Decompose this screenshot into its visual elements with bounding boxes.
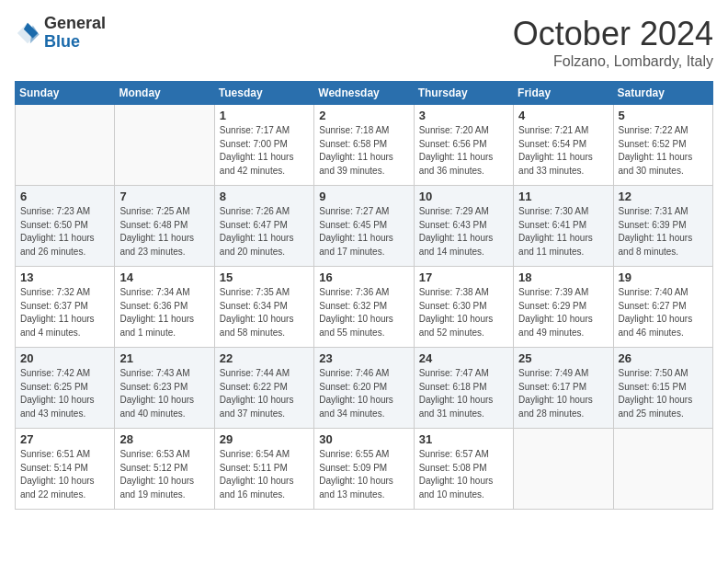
- month-title: October 2024: [513, 15, 713, 53]
- calendar-cell: 25Sunrise: 7:49 AM Sunset: 6:17 PM Dayli…: [514, 348, 613, 429]
- calendar-cell: 13Sunrise: 7:32 AM Sunset: 6:37 PM Dayli…: [16, 267, 115, 348]
- calendar-cell: 30Sunrise: 6:55 AM Sunset: 5:09 PM Dayli…: [314, 429, 414, 510]
- calendar-cell: 29Sunrise: 6:54 AM Sunset: 5:11 PM Dayli…: [214, 429, 313, 510]
- logo-icon: [15, 20, 40, 46]
- calendar-cell: 28Sunrise: 6:53 AM Sunset: 5:12 PM Dayli…: [115, 429, 214, 510]
- logo-general: General: [44, 15, 106, 33]
- col-header-friday: Friday: [514, 82, 613, 105]
- day-number: 2: [319, 109, 408, 122]
- day-number: 10: [419, 190, 508, 203]
- calendar-cell: 9Sunrise: 7:27 AM Sunset: 6:45 PM Daylig…: [314, 186, 414, 267]
- day-number: 15: [220, 270, 309, 284]
- day-number: 5: [619, 109, 708, 122]
- day-number: 1: [220, 109, 309, 122]
- day-info: Sunrise: 7:26 AM Sunset: 6:47 PM Dayligh…: [220, 205, 309, 259]
- day-info: Sunrise: 7:17 AM Sunset: 7:00 PM Dayligh…: [220, 124, 309, 178]
- col-header-tuesday: Tuesday: [214, 82, 313, 105]
- day-number: 9: [319, 190, 408, 203]
- calendar-cell: 21Sunrise: 7:43 AM Sunset: 6:23 PM Dayli…: [115, 348, 214, 429]
- col-header-wednesday: Wednesday: [314, 82, 414, 105]
- calendar-cell: 1Sunrise: 7:17 AM Sunset: 7:00 PM Daylig…: [214, 105, 313, 186]
- title-block: October 2024 Folzano, Lombardy, Italy: [513, 15, 713, 70]
- header-row: SundayMondayTuesdayWednesdayThursdayFrid…: [16, 82, 713, 105]
- day-info: Sunrise: 7:32 AM Sunset: 6:37 PM Dayligh…: [20, 286, 109, 339]
- day-info: Sunrise: 6:51 AM Sunset: 5:14 PM Dayligh…: [20, 448, 109, 501]
- day-info: Sunrise: 7:36 AM Sunset: 6:32 PM Dayligh…: [319, 286, 408, 339]
- day-number: 26: [619, 351, 708, 365]
- calendar-cell: 26Sunrise: 7:50 AM Sunset: 6:15 PM Dayli…: [613, 348, 712, 429]
- day-number: 4: [518, 109, 608, 122]
- day-info: Sunrise: 7:23 AM Sunset: 6:50 PM Dayligh…: [20, 205, 109, 259]
- day-info: Sunrise: 7:34 AM Sunset: 6:36 PM Dayligh…: [119, 286, 209, 339]
- location-title: Folzano, Lombardy, Italy: [513, 53, 713, 70]
- calendar-cell: 2Sunrise: 7:18 AM Sunset: 6:58 PM Daylig…: [314, 105, 414, 186]
- calendar-cell: 8Sunrise: 7:26 AM Sunset: 6:47 PM Daylig…: [214, 186, 313, 267]
- calendar-cell: 4Sunrise: 7:21 AM Sunset: 6:54 PM Daylig…: [514, 105, 613, 186]
- day-number: 21: [119, 351, 209, 365]
- calendar-cell: 17Sunrise: 7:38 AM Sunset: 6:30 PM Dayli…: [414, 267, 513, 348]
- day-info: Sunrise: 7:42 AM Sunset: 6:25 PM Dayligh…: [20, 367, 109, 420]
- day-number: 25: [518, 351, 608, 365]
- day-info: Sunrise: 6:54 AM Sunset: 5:11 PM Dayligh…: [220, 448, 309, 501]
- calendar-cell: 22Sunrise: 7:44 AM Sunset: 6:22 PM Dayli…: [214, 348, 313, 429]
- day-info: Sunrise: 7:31 AM Sunset: 6:39 PM Dayligh…: [619, 205, 708, 259]
- calendar-cell: 31Sunrise: 6:57 AM Sunset: 5:08 PM Dayli…: [414, 429, 513, 510]
- calendar-cell: [16, 105, 115, 186]
- day-info: Sunrise: 6:53 AM Sunset: 5:12 PM Dayligh…: [119, 448, 209, 501]
- day-info: Sunrise: 7:43 AM Sunset: 6:23 PM Dayligh…: [119, 367, 209, 420]
- calendar-cell: 20Sunrise: 7:42 AM Sunset: 6:25 PM Dayli…: [16, 348, 115, 429]
- calendar-cell: 16Sunrise: 7:36 AM Sunset: 6:32 PM Dayli…: [314, 267, 414, 348]
- day-info: Sunrise: 7:44 AM Sunset: 6:22 PM Dayligh…: [220, 367, 309, 420]
- day-number: 29: [220, 432, 309, 446]
- week-row-4: 20Sunrise: 7:42 AM Sunset: 6:25 PM Dayli…: [16, 348, 713, 429]
- day-number: 31: [419, 432, 508, 446]
- day-info: Sunrise: 7:50 AM Sunset: 6:15 PM Dayligh…: [619, 367, 708, 420]
- week-row-1: 1Sunrise: 7:17 AM Sunset: 7:00 PM Daylig…: [16, 105, 713, 186]
- page-header: General Blue October 2024 Folzano, Lomba…: [15, 15, 713, 70]
- day-number: 8: [220, 190, 309, 203]
- week-row-5: 27Sunrise: 6:51 AM Sunset: 5:14 PM Dayli…: [16, 429, 713, 510]
- col-header-sunday: Sunday: [16, 82, 115, 105]
- day-number: 24: [419, 351, 508, 365]
- calendar-cell: 12Sunrise: 7:31 AM Sunset: 6:39 PM Dayli…: [613, 186, 712, 267]
- day-info: Sunrise: 7:27 AM Sunset: 6:45 PM Dayligh…: [319, 205, 408, 259]
- calendar-cell: 11Sunrise: 7:30 AM Sunset: 6:41 PM Dayli…: [514, 186, 613, 267]
- calendar-cell: 19Sunrise: 7:40 AM Sunset: 6:27 PM Dayli…: [613, 267, 712, 348]
- day-number: 6: [20, 190, 109, 203]
- day-number: 23: [319, 351, 408, 365]
- calendar-cell: 6Sunrise: 7:23 AM Sunset: 6:50 PM Daylig…: [16, 186, 115, 267]
- calendar-cell: [613, 429, 712, 510]
- calendar-cell: 5Sunrise: 7:22 AM Sunset: 6:52 PM Daylig…: [613, 105, 712, 186]
- day-number: 28: [119, 432, 209, 446]
- logo-text: General Blue: [44, 15, 106, 52]
- day-info: Sunrise: 6:57 AM Sunset: 5:08 PM Dayligh…: [419, 448, 508, 501]
- calendar-cell: 10Sunrise: 7:29 AM Sunset: 6:43 PM Dayli…: [414, 186, 513, 267]
- day-number: 13: [20, 270, 109, 284]
- col-header-thursday: Thursday: [414, 82, 513, 105]
- day-info: Sunrise: 7:30 AM Sunset: 6:41 PM Dayligh…: [518, 205, 608, 259]
- day-number: 11: [518, 190, 608, 203]
- day-info: Sunrise: 7:25 AM Sunset: 6:48 PM Dayligh…: [119, 205, 209, 259]
- calendar-cell: [115, 105, 214, 186]
- day-number: 20: [20, 351, 109, 365]
- calendar-cell: 24Sunrise: 7:47 AM Sunset: 6:18 PM Dayli…: [414, 348, 513, 429]
- day-info: Sunrise: 7:18 AM Sunset: 6:58 PM Dayligh…: [319, 124, 408, 178]
- day-number: 16: [319, 270, 408, 284]
- day-number: 18: [518, 270, 608, 284]
- day-info: Sunrise: 7:47 AM Sunset: 6:18 PM Dayligh…: [419, 367, 508, 420]
- calendar-cell: 27Sunrise: 6:51 AM Sunset: 5:14 PM Dayli…: [16, 429, 115, 510]
- logo: General Blue: [15, 15, 106, 52]
- day-number: 19: [619, 270, 708, 284]
- day-number: 17: [419, 270, 508, 284]
- day-info: Sunrise: 7:20 AM Sunset: 6:56 PM Dayligh…: [419, 124, 508, 178]
- day-info: Sunrise: 7:49 AM Sunset: 6:17 PM Dayligh…: [518, 367, 608, 420]
- day-number: 12: [619, 190, 708, 203]
- day-info: Sunrise: 7:38 AM Sunset: 6:30 PM Dayligh…: [419, 286, 508, 339]
- day-number: 3: [419, 109, 508, 122]
- col-header-monday: Monday: [115, 82, 214, 105]
- day-number: 22: [220, 351, 309, 365]
- day-number: 7: [119, 190, 209, 203]
- calendar-cell: 23Sunrise: 7:46 AM Sunset: 6:20 PM Dayli…: [314, 348, 414, 429]
- calendar-cell: 3Sunrise: 7:20 AM Sunset: 6:56 PM Daylig…: [414, 105, 513, 186]
- day-info: Sunrise: 7:46 AM Sunset: 6:20 PM Dayligh…: [319, 367, 408, 420]
